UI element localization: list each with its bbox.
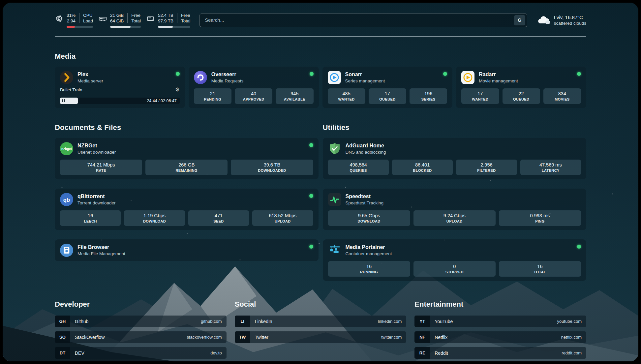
bookmark-abbr: RE xyxy=(414,347,430,359)
stat-label: UPLOAD xyxy=(275,219,291,223)
memory-progress-fill xyxy=(110,26,131,28)
utilities-column: Utilities AdGuard Home xyxy=(323,123,587,281)
weather-location: Lviv, 16.87°C xyxy=(554,15,586,20)
playback-progress-bar[interactable]: 24:44 / 02:06:47 xyxy=(60,98,180,104)
cpu-widget: 31% 2.94 CPU Load xyxy=(55,13,93,28)
memory-values: 21 GiB 64 GiB xyxy=(110,13,124,24)
app-card-filebrowser[interactable]: File Browser Media File Management xyxy=(55,239,319,261)
app-title: Sonarr xyxy=(345,72,385,77)
app-title: AdGuard Home xyxy=(346,143,386,149)
bookmark-twitter[interactable]: TW Twitter twitter.com xyxy=(235,331,407,343)
stat-label: DOWNLOAD xyxy=(357,219,380,223)
speedtest-icon xyxy=(328,193,341,206)
section-title-utilities: Utilities xyxy=(323,123,587,132)
app-title: Overseerr xyxy=(211,72,244,77)
bookmark-netflix[interactable]: NF Netflix netflix.com xyxy=(414,331,586,343)
search-input[interactable] xyxy=(205,17,514,23)
stat-box: 2,956 FILTERED xyxy=(456,160,517,175)
memory-widget: 21 GiB 64 GiB Free Total xyxy=(98,13,141,28)
stat-box: 0.993 ms PING xyxy=(499,210,581,226)
bookmark-url: reddit.com xyxy=(562,350,582,355)
search-bar: G xyxy=(199,14,527,27)
bookmark-name: Netflix xyxy=(435,335,447,340)
app-card-qbittorrent[interactable]: qb qBittorrent Torrent downloader 16 LEE… xyxy=(55,189,319,230)
stat-value: 22 xyxy=(519,91,524,96)
section-title-social: Social xyxy=(235,300,407,309)
settings-gear-icon[interactable]: ⚙ xyxy=(175,87,179,92)
stat-value: 17 xyxy=(385,91,390,96)
cpu-progress-fill xyxy=(67,26,75,28)
status-indicator xyxy=(443,72,447,76)
bookmark-youtube[interactable]: YT YouTube youtube.com xyxy=(414,316,586,327)
bookmark-name: Reddit xyxy=(435,350,448,356)
stat-label: RUNNING xyxy=(360,270,378,274)
app-subtitle: Series management xyxy=(345,78,385,83)
stat-box: 17 QUEUED xyxy=(369,88,406,104)
bookmark-name: StackOverflow xyxy=(75,335,105,340)
app-card-portainer[interactable]: Media Portainer Container management 16 … xyxy=(323,239,587,281)
disk-labels: Free Total xyxy=(181,13,191,24)
app-card-sonarr[interactable]: Sonarr Series management 485 WANTED 17 Q… xyxy=(322,67,453,108)
dashboard-screen: 31% 2.94 CPU Load xyxy=(3,3,638,361)
nzbget-icon: nzbget xyxy=(60,142,73,155)
stat-box: 196 SERIES xyxy=(410,88,447,104)
app-card-nzbget[interactable]: nzbget NZBGet Usenet downloader 744.21 M… xyxy=(55,138,319,179)
bookmark-url: netflix.com xyxy=(561,335,582,340)
app-card-radarr[interactable]: Radarr Movie management 17 WANTED 22 QUE… xyxy=(456,67,586,108)
stat-box: 21 PENDING xyxy=(194,88,231,104)
disk-progress-bar xyxy=(158,26,191,28)
stat-label: SERIES xyxy=(421,97,436,101)
stat-label: REMAINING xyxy=(175,168,198,172)
stat-label: WANTED xyxy=(472,97,488,101)
bookmark-abbr: DT xyxy=(55,347,70,359)
memory-icon xyxy=(98,14,107,23)
bookmark-abbr: NF xyxy=(414,331,430,343)
stat-value: 39.6 TB xyxy=(264,162,281,167)
bookmark-stackoverflow[interactable]: SO StackOverflow stackoverflow.com xyxy=(55,331,227,343)
status-indicator xyxy=(309,143,313,147)
media-grid: Plex Media server Bullet Train ⚙ 24:44 /… xyxy=(55,67,586,108)
stat-label: DOWNLOADED xyxy=(258,168,286,172)
memory-labels: Free Total xyxy=(131,13,141,24)
filebrowser-icon xyxy=(60,244,73,257)
app-card-plex[interactable]: Plex Media server Bullet Train ⚙ 24:44 /… xyxy=(55,67,185,108)
divider xyxy=(79,13,79,23)
stat-box: 39.6 TB DOWNLOADED xyxy=(231,160,313,175)
stat-value: 17 xyxy=(477,91,483,96)
stat-box: 1.19 Gbps DOWNLOAD xyxy=(124,210,185,226)
app-title: Speedtest xyxy=(346,194,384,199)
svg-text:qb: qb xyxy=(63,197,70,203)
app-subtitle: Container management xyxy=(346,251,392,256)
overseerr-icon xyxy=(194,71,207,84)
stat-label: QUEUED xyxy=(513,97,529,101)
app-title: qBittorrent xyxy=(77,194,116,199)
stat-value: 9.24 Gbps xyxy=(443,213,466,218)
stat-box: 498,564 QUERIES xyxy=(328,160,389,175)
stat-box: 16 RUNNING xyxy=(328,261,410,277)
bookmark-linkedin[interactable]: LI LinkedIn linkedin.com xyxy=(235,316,407,327)
search-engine-button[interactable]: G xyxy=(514,15,525,25)
bookmark-group-social: Social LI LinkedIn linkedin.com TW Twitt… xyxy=(235,300,407,359)
stat-value: 40 xyxy=(251,91,256,96)
app-card-speedtest[interactable]: Speedtest Speedtest Tracking 9.65 Gbps D… xyxy=(323,189,587,230)
bookmark-url: stackoverflow.com xyxy=(187,335,222,340)
stat-label: APPROVED xyxy=(243,97,264,101)
app-subtitle: Speedtest Tracking xyxy=(346,200,384,205)
portainer-icon xyxy=(328,244,341,257)
pause-icon[interactable] xyxy=(62,99,65,102)
stat-box: 485 WANTED xyxy=(328,88,365,104)
bookmark-dev[interactable]: DT DEV dev.to xyxy=(55,347,227,359)
bookmark-reddit[interactable]: RE Reddit reddit.com xyxy=(414,347,586,359)
stat-value: 16 xyxy=(366,264,372,269)
stat-label: STOPPED xyxy=(445,270,464,274)
stat-value: 21 xyxy=(210,91,215,96)
status-indicator xyxy=(310,72,314,76)
stat-box: 40 APPROVED xyxy=(235,88,272,104)
divider xyxy=(177,13,177,23)
bookmark-github[interactable]: GH Github github.com xyxy=(55,316,227,327)
app-card-overseerr[interactable]: Overseerr Media Requests 21 PENDING 40 A… xyxy=(189,67,319,108)
bookmark-abbr: TW xyxy=(235,331,250,343)
stat-value: 498,564 xyxy=(350,162,367,167)
stat-label: RATE xyxy=(96,168,106,172)
app-card-adguard[interactable]: AdGuard Home DNS and adblocking 498,564 … xyxy=(323,138,587,179)
